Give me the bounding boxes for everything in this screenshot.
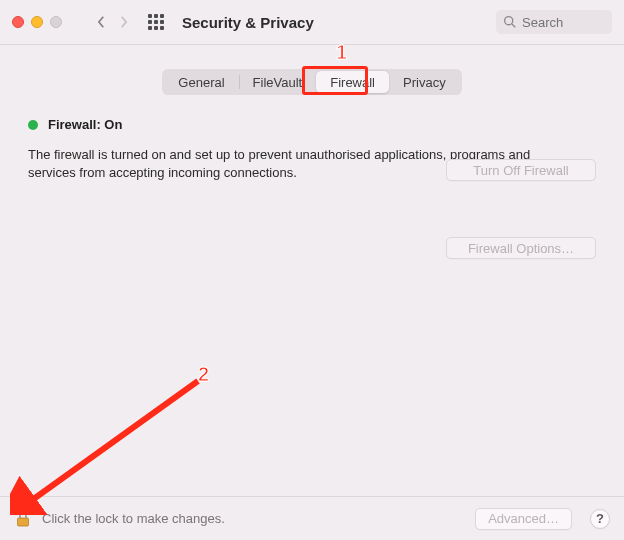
titlebar: Security & Privacy — [0, 0, 624, 44]
window-controls — [12, 16, 62, 28]
main-panel: General FileVault Firewall Privacy Firew… — [0, 45, 624, 540]
show-all-prefs-icon[interactable] — [148, 14, 164, 30]
tab-filevault[interactable]: FileVault — [239, 71, 317, 93]
tab-general[interactable]: General — [164, 71, 238, 93]
svg-line-3 — [28, 381, 198, 503]
window-title: Security & Privacy — [182, 14, 314, 31]
forward-button — [114, 13, 132, 31]
minimize-window-button[interactable] — [31, 16, 43, 28]
nav-arrows — [92, 13, 132, 31]
search-icon — [503, 15, 516, 28]
tabs-container: General FileVault Firewall Privacy — [24, 69, 600, 95]
tab-group: General FileVault Firewall Privacy — [162, 69, 461, 95]
turn-off-firewall-button[interactable]: Turn Off Firewall — [446, 159, 596, 181]
tab-firewall[interactable]: Firewall — [316, 71, 389, 93]
lock-hint-text: Click the lock to make changes. — [42, 511, 225, 526]
advanced-button[interactable]: Advanced… — [475, 508, 572, 530]
annotation-number-1: 1 — [336, 41, 347, 64]
svg-rect-2 — [18, 518, 29, 526]
annotation-number-2: 2 — [198, 363, 209, 386]
firewall-options-button[interactable]: Firewall Options… — [446, 237, 596, 259]
help-button[interactable]: ? — [590, 509, 610, 529]
svg-point-0 — [505, 17, 513, 25]
tab-privacy[interactable]: Privacy — [389, 71, 460, 93]
annotation-arrow-icon — [10, 375, 210, 515]
footer-bar: Click the lock to make changes. Advanced… — [0, 496, 624, 540]
status-indicator-icon — [28, 120, 38, 130]
firewall-status-row: Firewall: On — [28, 117, 596, 132]
close-window-button[interactable] — [12, 16, 24, 28]
search-field-wrap — [496, 10, 612, 34]
maximize-window-button — [50, 16, 62, 28]
back-button[interactable] — [92, 13, 110, 31]
lock-icon[interactable] — [14, 510, 32, 528]
svg-line-1 — [512, 24, 515, 27]
firewall-status-label: Firewall: On — [48, 117, 122, 132]
